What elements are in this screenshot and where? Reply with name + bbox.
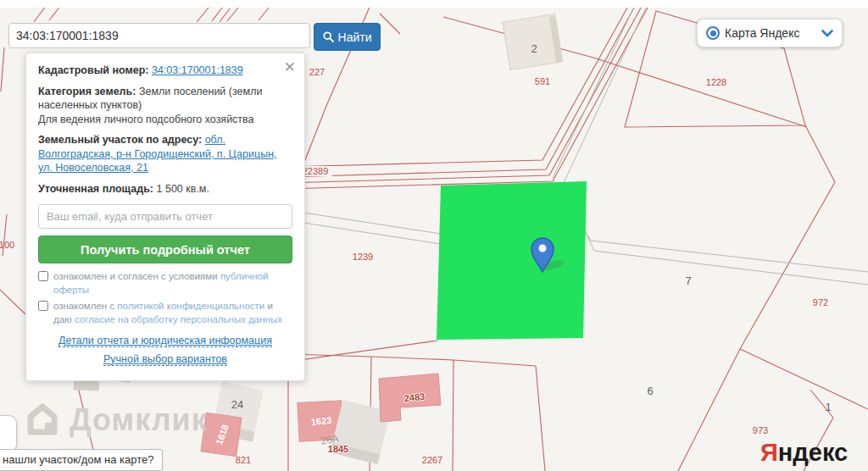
area-label: Уточненная площадь: <box>38 183 153 195</box>
parcel-info-popup: ✕ Кадастровый номер: 34:03:170001:1839 К… <box>25 53 305 381</box>
top-strip <box>0 0 868 8</box>
search-button-label: Найти <box>338 30 372 44</box>
address-label: Земельный участок по адресу: <box>38 134 202 146</box>
land-category-row: Категория земель: Земли поселений (земли… <box>38 85 292 127</box>
search-icon <box>323 31 334 42</box>
offer-consent-text: ознакомлен и согласен с условиями публич… <box>53 270 292 296</box>
manual-selection-link[interactable]: Ручной выбор вариантов <box>103 353 227 366</box>
selected-parcel[interactable] <box>437 181 587 340</box>
chevron-down-icon <box>821 30 833 37</box>
privacy-policy-link[interactable]: политикой конфиденциальности <box>117 301 264 311</box>
privacy-consent-text: ознакомлен с политикой конфиденциальност… <box>53 300 292 326</box>
get-report-button[interactable]: Получить подробный отчет <box>38 236 292 263</box>
category-label: Категория земель: <box>38 86 136 97</box>
offer-consent-row: ознакомлен и согласен с условиями публич… <box>38 270 292 296</box>
search-button[interactable]: Найти <box>314 23 381 51</box>
search-input[interactable] <box>8 23 310 48</box>
layer-select-dropdown[interactable]: Карта Яндекс <box>697 19 843 47</box>
map-control-partial[interactable] <box>0 415 17 452</box>
close-icon[interactable]: ✕ <box>284 58 296 77</box>
privacy-consent-row: ознакомлен с политикой конфиденциальност… <box>38 300 292 326</box>
area-value: 1 500 кв.м. <box>157 183 209 195</box>
address-row: Земельный участок по адресу: обл. Волгог… <box>38 133 292 175</box>
personal-data-link[interactable]: согласие на обработку персональных данны… <box>75 314 282 324</box>
cadastral-label: Кадастровый номер: <box>38 64 149 76</box>
cadastral-number-row: Кадастровый номер: 34:03:170001:1839 <box>38 64 292 78</box>
usage-value: Для ведения личного подсобного хозяйства <box>38 114 254 125</box>
radio-selected-icon <box>706 26 720 40</box>
area-row: Уточненная площадь: 1 500 кв.м. <box>38 182 292 197</box>
yandex-logo: Яндекс <box>760 439 848 467</box>
email-input[interactable] <box>38 204 292 229</box>
layer-select-label: Карта Яндекс <box>725 26 816 40</box>
cadastral-number-link[interactable]: 34:03:170001:1839 <box>152 64 243 76</box>
offer-consent-checkbox[interactable] <box>38 271 48 281</box>
report-details-link[interactable]: Детали отчета и юридическая информация <box>58 335 272 347</box>
not-found-tooltip[interactable]: нашли участок/дом на карте? <box>0 449 163 471</box>
privacy-consent-checkbox[interactable] <box>38 301 48 311</box>
